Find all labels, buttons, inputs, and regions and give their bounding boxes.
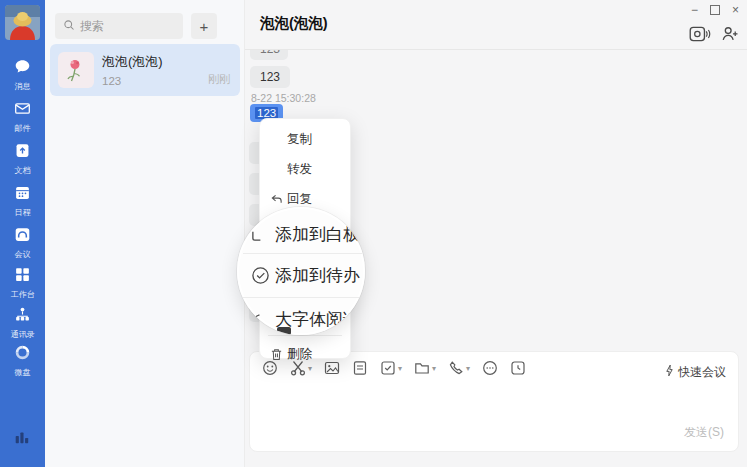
sidebar-item-messages[interactable]: 消息 bbox=[0, 58, 45, 93]
sidebar-item-meeting[interactable]: 会议 bbox=[0, 226, 45, 261]
sidebar-item-drive[interactable]: 微盘 bbox=[0, 344, 45, 379]
conversation-preview: 123 bbox=[102, 75, 121, 87]
new-chat-button[interactable]: + bbox=[191, 13, 217, 39]
window-controls: − × bbox=[691, 2, 739, 18]
add-member-icon[interactable] bbox=[721, 25, 739, 46]
sidebar-label: 通讯录 bbox=[10, 329, 34, 340]
menu-divider bbox=[268, 335, 342, 336]
chevron-down-icon: ▾ bbox=[398, 364, 402, 373]
lens-divider bbox=[243, 297, 365, 298]
lens-divider bbox=[243, 253, 365, 254]
sidebar-label: 消息 bbox=[14, 81, 30, 92]
avatar-photo bbox=[5, 5, 40, 40]
workbench-icon bbox=[14, 266, 31, 287]
sidebar-label: 微盘 bbox=[14, 367, 30, 378]
message-timestamp: 8-22 15:30:28 bbox=[251, 92, 316, 104]
conversation-time: 刚刚 bbox=[208, 72, 230, 87]
sidebar-item-mail[interactable]: 邮件 bbox=[0, 100, 45, 135]
menu-item-copy[interactable]: 复制 bbox=[260, 125, 350, 153]
chevron-down-icon: ▾ bbox=[432, 364, 436, 373]
calendar-icon bbox=[14, 184, 31, 205]
call-icon[interactable]: ▾ bbox=[448, 360, 470, 376]
sidebar-item-docs[interactable]: 文档 bbox=[0, 142, 45, 177]
send-button[interactable]: 发送(S) bbox=[684, 424, 724, 441]
message-bubble-clipped[interactable]: 123 bbox=[250, 50, 288, 60]
maximize-button[interactable] bbox=[710, 5, 720, 15]
minimize-button[interactable]: − bbox=[691, 2, 698, 18]
conversation-name: 泡泡(泡泡) bbox=[102, 53, 163, 71]
sidebar-label: 日程 bbox=[14, 207, 30, 218]
todo-check-icon bbox=[251, 266, 270, 285]
whiteboard-icon bbox=[251, 227, 266, 242]
user-avatar[interactable] bbox=[5, 5, 40, 40]
message-bubble[interactable]: 123 bbox=[250, 66, 290, 88]
drive-icon bbox=[14, 344, 31, 365]
mail-icon bbox=[14, 100, 31, 121]
menu-item-delete[interactable]: 删除 bbox=[260, 340, 350, 368]
lightning-icon bbox=[665, 363, 674, 381]
quick-meeting-button[interactable]: 快速会议 bbox=[665, 363, 726, 381]
contacts-icon bbox=[14, 306, 31, 327]
meeting-icon bbox=[14, 226, 31, 247]
chat-bubble-icon bbox=[14, 58, 31, 79]
reply-icon bbox=[270, 193, 283, 206]
sidebar-item-contacts[interactable]: 通讯录 bbox=[0, 306, 45, 341]
magnifier-lens: 添加到白板 添加到待办 大字体阅读 bbox=[237, 207, 365, 335]
folder-icon[interactable]: ▾ bbox=[414, 360, 436, 376]
sidebar-item-calendar[interactable]: 日程 bbox=[0, 184, 45, 219]
stats-icon[interactable] bbox=[13, 428, 31, 450]
chat-header-actions bbox=[689, 25, 739, 46]
chat-header: 泡泡(泡泡) bbox=[245, 0, 747, 50]
more-icon[interactable] bbox=[482, 360, 498, 376]
chat-title: 泡泡(泡泡) bbox=[260, 14, 328, 33]
conversation-item[interactable]: 泡泡(泡泡) 123 刚刚 bbox=[50, 44, 240, 96]
lens-item-add-todo[interactable]: 添加到待办 bbox=[237, 257, 365, 293]
todo-icon[interactable]: ▾ bbox=[380, 360, 402, 376]
sidebar-item-workbench[interactable]: 工作台 bbox=[0, 266, 45, 301]
sidebar-label: 工作台 bbox=[10, 289, 34, 300]
close-button[interactable]: × bbox=[732, 2, 739, 18]
app-window: 消息 邮件 文档 日程 会议 bbox=[0, 0, 747, 467]
video-call-icon[interactable] bbox=[689, 26, 711, 46]
file-icon[interactable] bbox=[352, 360, 368, 376]
docs-icon bbox=[14, 142, 31, 163]
menu-item-forward[interactable]: 转发 bbox=[260, 155, 350, 183]
search-input[interactable]: 搜索 bbox=[55, 13, 183, 39]
chat-main: 泡泡(泡泡) − × 123 123 8-22 15:30:28 123 123… bbox=[245, 0, 747, 467]
sidebar-label: 文档 bbox=[14, 165, 30, 176]
search-placeholder: 搜索 bbox=[80, 18, 104, 35]
flower-avatar bbox=[58, 52, 94, 88]
search-icon bbox=[63, 17, 75, 35]
trash-icon bbox=[270, 348, 283, 361]
chat-list-panel: 搜索 + 泡泡(泡泡) 123 刚刚 bbox=[45, 0, 245, 467]
chevron-down-icon: ▾ bbox=[466, 364, 470, 373]
sidebar-label: 会议 bbox=[14, 249, 30, 260]
history-icon[interactable] bbox=[510, 360, 526, 376]
sidebar: 消息 邮件 文档 日程 会议 bbox=[0, 0, 45, 467]
sidebar-label: 邮件 bbox=[14, 123, 30, 134]
